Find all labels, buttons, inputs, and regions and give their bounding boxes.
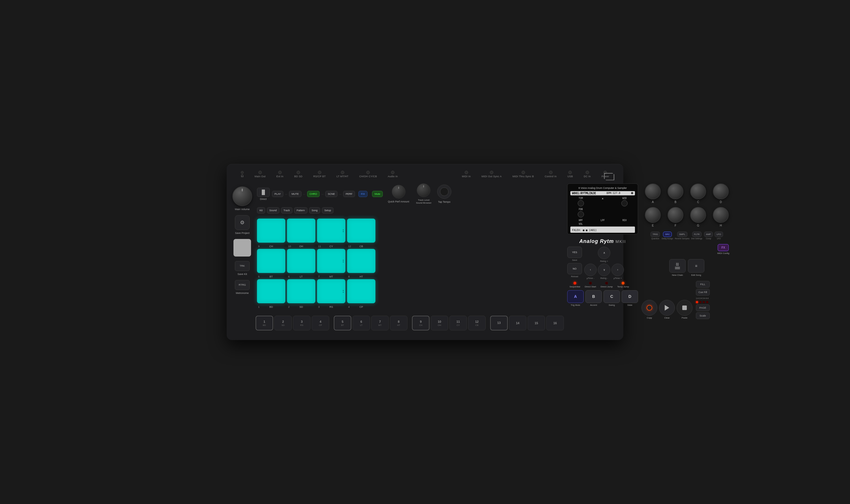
cue-fill-button[interactable]: Cue Fill	[696, 289, 710, 295]
step-9[interactable]: 9 CH	[412, 316, 430, 330]
direct-button[interactable]: ▐▌	[257, 188, 270, 197]
fx-button[interactable]: FX	[718, 244, 729, 251]
knob-f[interactable]	[667, 207, 683, 223]
pad-10[interactable]	[287, 219, 315, 242]
led-row: Sequential Direct Start Direct Jump Temp…	[567, 282, 638, 288]
pad-3[interactable]	[317, 279, 345, 303]
knob-e[interactable]	[645, 207, 661, 223]
pad-7[interactable]	[317, 249, 345, 273]
right-button[interactable]: ›	[611, 264, 624, 276]
knob-d[interactable]	[713, 183, 729, 199]
amp-button[interactable]: AMP	[704, 232, 713, 237]
pattern-button[interactable]: Pattern	[294, 207, 308, 214]
track-button[interactable]: Track	[281, 207, 292, 214]
right-knobs-section: A B C D	[641, 183, 732, 227]
scne-button[interactable]: SCNE	[325, 191, 337, 197]
new-chain-label: New Chain	[672, 274, 683, 276]
knob-c[interactable]	[690, 183, 706, 199]
up-button[interactable]: ∧	[598, 247, 610, 259]
play-button-transport[interactable]	[659, 300, 675, 316]
mute-button[interactable]: MUTE	[289, 191, 301, 197]
step-13[interactable]: 13	[490, 316, 508, 330]
pad-8[interactable]	[347, 249, 376, 273]
src-button[interactable]: SRC	[663, 232, 672, 237]
trig-button[interactable]: TRIG	[650, 232, 660, 237]
knob-h[interactable]	[713, 207, 729, 223]
perf-button[interactable]: PERF	[343, 191, 355, 197]
pad-5[interactable]	[257, 249, 285, 273]
knobs-row-abcd: A B C D	[641, 183, 732, 203]
step-8[interactable]: 8 HT	[390, 316, 407, 330]
fix-button[interactable]: FIX	[359, 191, 367, 197]
trk-button[interactable]: TRK	[235, 261, 249, 271]
sound-button[interactable]: Sound	[267, 207, 279, 214]
pad-12[interactable]	[347, 219, 376, 242]
knob-g[interactable]	[690, 207, 706, 223]
scale-button[interactable]: Scale	[696, 312, 710, 319]
pad-1[interactable]	[257, 279, 285, 303]
btn-a[interactable]: A	[567, 290, 584, 303]
pad-4[interactable]	[347, 279, 376, 303]
step-6[interactable]: 6 LT	[352, 316, 370, 330]
step-3[interactable]: 3 RS	[293, 316, 311, 330]
left-button[interactable]: ‹	[584, 264, 597, 276]
down-button[interactable]: ∨	[598, 264, 610, 276]
no-button[interactable]: NO	[567, 263, 582, 274]
pad-11[interactable]	[317, 219, 345, 242]
rscp-bt-connector: RS/CP BT	[313, 171, 326, 178]
pad-6[interactable]	[287, 249, 315, 273]
pad-9-wrapper: 9 CH	[257, 219, 285, 242]
song-button[interactable]: Song	[309, 207, 320, 214]
stop-button[interactable]	[677, 300, 692, 316]
dc-in-port	[586, 171, 589, 174]
lfo-button[interactable]: LFO	[715, 232, 723, 237]
record-button[interactable]	[641, 300, 657, 316]
rtrg-button[interactable]: RTRG	[235, 280, 249, 290]
btn-b[interactable]: B	[585, 290, 602, 303]
step-16[interactable]: 16	[546, 316, 564, 330]
step-11[interactable]: 11 CY	[449, 316, 467, 330]
step-10[interactable]: 10 OH	[431, 316, 448, 330]
step-4[interactable]: 4 CP	[312, 316, 329, 330]
pad-9[interactable]	[257, 219, 285, 242]
btn-d[interactable]: D	[622, 290, 638, 303]
no-area: NO Reload	[567, 263, 582, 278]
kit-button[interactable]: Kit	[257, 207, 265, 214]
knob-h-label: H	[720, 224, 722, 227]
page-button[interactable]: PAGE	[696, 304, 710, 311]
edit-song-button[interactable]: ≡	[688, 259, 704, 273]
main-volume-knob[interactable]	[232, 186, 252, 206]
step-5[interactable]: 5 BT	[334, 316, 351, 330]
lt-mt-ht-port	[341, 171, 344, 174]
step-7[interactable]: 7 MT	[371, 316, 389, 330]
pad-2-wrapper: 2 SD	[287, 279, 315, 303]
fltr-button[interactable]: FLTR	[692, 232, 701, 237]
gear-icon: ⚙	[240, 219, 244, 226]
fill-button[interactable]: FILL	[696, 281, 710, 288]
step-12-sub: CB	[475, 324, 478, 326]
step-12[interactable]: 12 CB	[468, 316, 486, 330]
save-kit-label: Save Kit	[238, 273, 247, 275]
dist-settings-label: Dist Settings	[691, 237, 702, 239]
track-level-knob[interactable]	[417, 183, 430, 197]
chro-button[interactable]: CHRO	[307, 191, 320, 197]
mute-indicator-button[interactable]: Mute	[372, 191, 383, 197]
step-15[interactable]: 15	[527, 316, 545, 330]
play-button[interactable]: PLAY	[272, 191, 283, 197]
yes-button[interactable]: YES	[567, 247, 582, 258]
knob-b[interactable]	[667, 183, 683, 199]
pad-2[interactable]	[287, 279, 315, 303]
quick-perf-knob[interactable]	[392, 185, 405, 198]
smpl-button[interactable]: SMPL	[677, 232, 687, 237]
save-project-button[interactable]: ⚙	[235, 215, 249, 230]
step-14[interactable]: 14	[509, 316, 526, 330]
knob-a[interactable]	[645, 183, 661, 199]
step-2[interactable]: 2 SD	[274, 316, 292, 330]
setup-button[interactable]: Setup	[322, 207, 334, 214]
new-chain-button[interactable]: ⛓	[669, 259, 686, 273]
btn-c[interactable]: C	[604, 290, 620, 303]
tap-tempo-button[interactable]	[437, 185, 451, 199]
step-1[interactable]: 1 BD	[256, 316, 273, 330]
pads-row-bot: 1 BD 2 SD	[257, 279, 564, 309]
smpl-group: SMPL Reverb Samples	[675, 232, 690, 239]
